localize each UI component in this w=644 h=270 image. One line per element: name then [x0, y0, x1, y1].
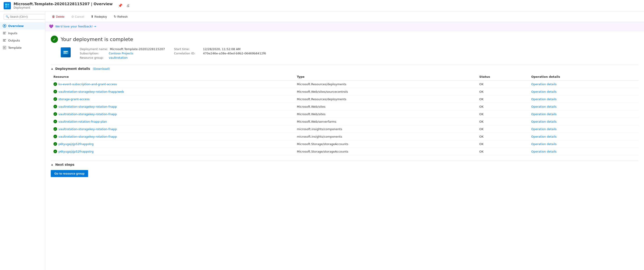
refresh-button[interactable]: ↻ Refresh	[111, 13, 131, 20]
info-row-subscription: Subscription: Contoso Projects	[80, 52, 165, 55]
resource-link-6[interactable]: ✓ vaultrotation-storagekey-rotation-fnap…	[54, 127, 291, 131]
cell-type-6: microsoft.insights/components	[294, 125, 476, 133]
row-check-icon-9: ✓	[54, 150, 57, 153]
deployment-heading: Your deployment is complete	[61, 37, 133, 42]
col-type: Type	[294, 73, 476, 81]
sidebar: 🔍 ≪ Overview	[0, 11, 45, 270]
app-icon	[4, 2, 11, 9]
delete-button[interactable]: 🗑 Delete	[49, 13, 68, 20]
op-link-3[interactable]: Operation details	[531, 105, 556, 108]
cell-resource-9: ✓ p6tyugajzjp52fnappstrg	[51, 148, 294, 155]
search-input[interactable]	[10, 15, 44, 18]
search-icon: 🔍	[6, 15, 9, 18]
op-link-0[interactable]: Operation details	[531, 83, 556, 86]
resource-link-2[interactable]: ✓ storage-grant-access	[54, 97, 291, 101]
cell-type-0: Microsoft.Resources/deployments	[294, 81, 476, 88]
resource-link-4[interactable]: ✓ vaultrotation-storagekey-rotation-fnap…	[54, 112, 291, 116]
next-steps-toggle[interactable]: ▲	[51, 163, 54, 166]
resource-link-7[interactable]: ✓ vaultrotation-storagekey-rotation-fnap…	[54, 135, 291, 138]
subscription-link[interactable]: Contoso Projects	[109, 52, 133, 55]
app-title-block: Microsoft.Template-20201228115207 | Over…	[14, 2, 112, 9]
top-bar-actions: 📌 🖨	[117, 3, 131, 9]
deployment-details-title: Deployment details	[55, 67, 90, 71]
cell-resource-6: ✓ vaultrotation-storagekey-rotation-fnap…	[51, 125, 294, 133]
cell-type-4: Microsoft.Web/sites	[294, 110, 476, 118]
cell-type-8: Microsoft.Storage/storageAccounts	[294, 140, 476, 148]
row-check-icon-0: ✓	[54, 82, 57, 86]
svg-rect-6	[3, 32, 6, 33]
cell-op-4: Operation details	[528, 110, 638, 118]
op-link-5[interactable]: Operation details	[531, 120, 556, 123]
rg-link[interactable]: vaultrotation	[109, 56, 128, 59]
feedback-link[interactable]: We'd love your feedback! →	[55, 25, 96, 28]
feedback-banner: 💜 We'd love your feedback! →	[45, 22, 644, 31]
op-link-6[interactable]: Operation details	[531, 127, 556, 131]
resource-link-1[interactable]: ✓ vaultrotation-storagekey-rotation-fnap…	[54, 90, 291, 93]
sidebar-item-template[interactable]: Template	[0, 44, 45, 51]
op-link-8[interactable]: Operation details	[531, 142, 556, 146]
cell-status-7: OK	[476, 133, 528, 140]
cell-type-2: Microsoft.Resources/deployments	[294, 95, 476, 103]
cell-op-3: Operation details	[528, 103, 638, 110]
pin-button[interactable]: 📌	[117, 3, 124, 9]
table-header: Resource Type Status Operation details	[51, 73, 638, 81]
cell-op-9: Operation details	[528, 148, 638, 155]
inputs-icon	[3, 31, 6, 35]
overview-icon	[3, 24, 6, 28]
sidebar-item-overview[interactable]: Overview	[0, 22, 45, 30]
redeploy-button[interactable]: ⬆ Redeploy	[88, 13, 110, 20]
svg-point-5	[4, 25, 5, 27]
op-link-1[interactable]: Operation details	[531, 90, 556, 93]
resource-link-8[interactable]: ✓ p6tyugajzjp52fnappstrg	[54, 142, 291, 146]
cell-op-8: Operation details	[528, 140, 638, 148]
sidebar-item-outputs[interactable]: Outputs	[0, 37, 45, 44]
table-row: ✓ vaultrotation-storagekey-rotation-fnap…	[51, 88, 638, 95]
print-button[interactable]: 🖨	[125, 3, 131, 9]
resource-link-0[interactable]: ✓ kv-event-subscription-and-grant-access	[54, 82, 291, 86]
starttime-value: 12/28/2020, 11:52:08 AM	[203, 47, 240, 51]
search-box[interactable]: 🔍	[4, 14, 46, 20]
cell-op-6: Operation details	[528, 125, 638, 133]
starttime-label: Start time:	[174, 47, 201, 51]
table-row: ✓ vaultrotation-storagekey-rotation-fnap…	[51, 103, 638, 110]
svg-rect-1	[8, 4, 9, 5]
row-check-icon-1: ✓	[54, 90, 57, 93]
cell-type-1: Microsoft.Web/sites/sourcecontrols	[294, 88, 476, 95]
svg-rect-8	[3, 34, 6, 34]
sidebar-item-inputs[interactable]: Inputs	[0, 30, 45, 37]
toolbar: 🗑 Delete ⊘ Cancel ⬆ Redeploy ↻ Refresh	[45, 11, 644, 22]
info-right: Start time: 12/28/2020, 11:52:08 AM Corr…	[174, 47, 266, 59]
svg-rect-0	[5, 4, 7, 5]
go-to-resource-group-button[interactable]: Go to resource group	[51, 170, 88, 177]
main-layout: 🔍 ≪ Overview	[0, 11, 644, 270]
table-row: ✓ vaultrotation-rotation-fnapp-plan Micr…	[51, 118, 638, 125]
table-body: ✓ kv-event-subscription-and-grant-access…	[51, 81, 638, 155]
download-link[interactable]: (Download)	[93, 67, 110, 71]
cell-resource-4: ✓ vaultrotation-storagekey-rotation-fnap…	[51, 110, 294, 118]
resource-link-3[interactable]: ✓ vaultrotation-storagekey-rotation-fnap…	[54, 105, 291, 108]
deployment-icon	[61, 47, 71, 57]
rg-label: Resource group:	[80, 56, 107, 59]
row-check-icon-5: ✓	[54, 120, 57, 123]
outputs-icon	[3, 39, 6, 42]
cell-type-3: Microsoft.Web/sites	[294, 103, 476, 110]
svg-rect-10	[3, 40, 5, 41]
deployment-details-toggle[interactable]: ▲	[51, 67, 54, 70]
row-check-icon-2: ✓	[54, 97, 57, 101]
op-link-2[interactable]: Operation details	[531, 98, 556, 101]
deployment-header: ✓ Your deployment is complete	[51, 36, 638, 43]
op-link-9[interactable]: Operation details	[531, 150, 556, 153]
info-row-starttime: Start time: 12/28/2020, 11:52:08 AM	[174, 47, 266, 51]
op-link-4[interactable]: Operation details	[531, 112, 556, 116]
cancel-button[interactable]: ⊘ Cancel	[68, 13, 87, 20]
cell-status-5: OK	[476, 118, 528, 125]
resource-link-5[interactable]: ✓ vaultrotation-rotation-fnapp-plan	[54, 120, 291, 123]
name-label: Deployment name:	[80, 47, 108, 51]
resource-link-9[interactable]: ✓ p6tyugajzjp52fnappstrg	[54, 150, 291, 153]
cell-op-2: Operation details	[528, 95, 638, 103]
refresh-icon: ↻	[114, 15, 116, 18]
name-value: Microsoft.Template-20201228115207	[110, 47, 165, 51]
cell-resource-2: ✓ storage-grant-access	[51, 95, 294, 103]
cell-type-9: Microsoft.Storage/storageAccounts	[294, 148, 476, 155]
op-link-7[interactable]: Operation details	[531, 135, 556, 138]
